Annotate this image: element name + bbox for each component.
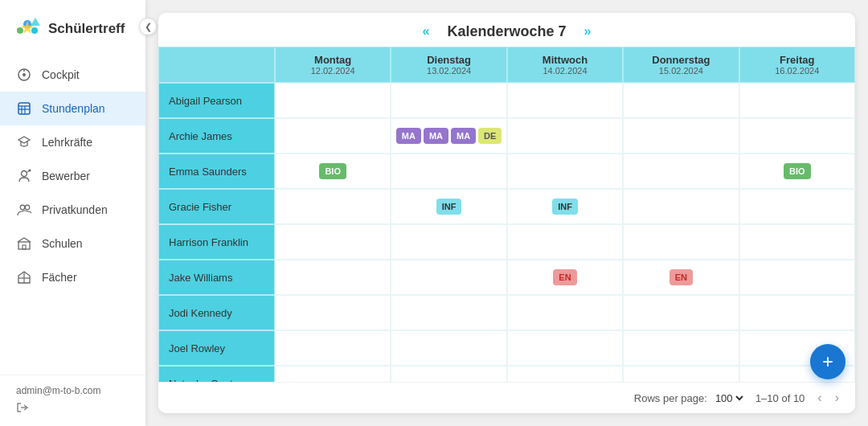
pagination-info: 1–10 of 10 — [755, 392, 805, 404]
row-name-emma: Emma Saunders — [158, 154, 275, 189]
cell-archie-fri — [739, 118, 855, 154]
next-page-button[interactable]: › — [832, 389, 842, 407]
badge-gracie-inf-wed[interactable]: INF — [552, 199, 578, 215]
sidebar-collapse-button[interactable]: ❮ — [139, 18, 157, 35]
svg-point-6 — [23, 73, 26, 76]
dienstag-date: 13.02.2024 — [399, 66, 497, 76]
cell-gracie-fri — [739, 189, 855, 224]
cell-gracie-mon — [275, 189, 391, 224]
cell-abigail-fri — [739, 83, 855, 118]
badge-jake-en-wed[interactable]: EN — [553, 269, 576, 285]
badge-archie-ma3[interactable]: MA — [451, 128, 476, 144]
calendar-header: « Kalenderwoche 7 » — [158, 13, 855, 47]
sidebar-item-schulen[interactable]: Schulen — [0, 227, 145, 260]
cell-emma-wed — [507, 154, 623, 189]
donnerstag-date: 15.02.2024 — [632, 66, 730, 76]
badge-archie-de[interactable]: DE — [478, 128, 502, 144]
cell-archie-mon — [275, 118, 391, 154]
sidebar-email: admin@m-to-b.com — [16, 385, 129, 396]
svg-point-15 — [29, 170, 31, 172]
cell-emma-tue — [391, 154, 506, 189]
sidebar-item-bewerber[interactable]: Bewerber — [0, 159, 145, 193]
cell-archie-thu — [623, 118, 739, 154]
badge-emma-bio-mon[interactable]: BIO — [319, 163, 346, 179]
cell-emma-fri[interactable]: BIO — [739, 154, 855, 189]
svg-point-13 — [22, 171, 27, 177]
freitag-label: Freitag — [748, 54, 846, 66]
bewerber-icon — [16, 168, 32, 184]
cell-jake-thu[interactable]: EN — [623, 260, 739, 295]
facher-label: Fächer — [42, 271, 77, 284]
sidebar-item-privatkunden[interactable]: Privatkunden — [0, 193, 145, 227]
cell-archie-wed — [507, 118, 623, 154]
col-header-freitag: Freitag 16.02.2024 — [739, 47, 855, 83]
sidebar-item-lehrkrifte[interactable]: Lehrkräfte — [0, 125, 145, 159]
badge-jake-en-thu[interactable]: EN — [669, 269, 693, 285]
cell-jodi-fri — [739, 295, 855, 330]
sidebar-footer: admin@m-to-b.com — [0, 375, 145, 426]
svg-point-1 — [17, 27, 23, 34]
calendar-next-button[interactable]: » — [579, 23, 596, 40]
badge-gracie-inf-tue[interactable]: INF — [436, 199, 462, 215]
badge-archie-ma2[interactable]: MA — [424, 128, 448, 144]
donnerstag-label: Donnerstag — [632, 54, 730, 66]
svg-point-17 — [25, 205, 30, 210]
logout-icon — [16, 401, 29, 416]
cell-harrison-fri — [739, 224, 855, 260]
montag-label: Montag — [284, 54, 382, 66]
calendar-grid-inner: Montag 12.02.2024 Dienstag 13.02.2024 Mi… — [158, 47, 855, 382]
prev-page-button[interactable]: ‹ — [814, 389, 825, 407]
cell-jake-mon — [275, 260, 391, 295]
cell-jake-wed[interactable]: EN — [507, 260, 623, 295]
col-header-montag: Montag 12.02.2024 — [275, 47, 391, 83]
col-header-donnerstag: Donnerstag 15.02.2024 — [623, 47, 739, 83]
row-name-natasha: Natasha Coates — [158, 366, 275, 382]
lehrkrifte-label: Lehrkräfte — [42, 136, 92, 149]
cell-natasha-mon — [275, 366, 391, 382]
logo-text: Schülertreff — [48, 21, 125, 37]
calendar-footer: Rows per page: 100 50 25 1–10 of 10 ‹ › — [158, 382, 855, 413]
row-name-archie: Archie James — [158, 118, 275, 154]
row-name-abigail: Abigail Pearson — [158, 83, 275, 118]
mittwoch-label: Mittwoch — [516, 54, 614, 66]
sidebar-logout-button[interactable] — [16, 401, 129, 416]
sidebar-item-cockpit[interactable]: Cockpit — [0, 58, 145, 92]
row-name-joel: Joel Rowley — [158, 330, 275, 366]
bewerber-label: Bewerber — [42, 170, 90, 182]
cell-natasha-wed — [507, 366, 623, 382]
calendar-prev-button[interactable]: « — [418, 23, 435, 40]
cell-jake-fri — [739, 260, 855, 295]
row-name-gracie: Gracie Fisher — [158, 189, 275, 224]
sidebar-item-stundenplan[interactable]: Stundenplan — [0, 92, 145, 125]
logo-icon — [13, 14, 42, 43]
cell-joel-tue — [391, 330, 506, 366]
cell-archie-tue[interactable]: MA MA MA DE — [391, 118, 506, 154]
svg-rect-19 — [23, 245, 26, 249]
rows-per-page-select[interactable]: 100 50 25 — [712, 391, 746, 405]
privatkunden-label: Privatkunden — [42, 203, 108, 216]
cell-natasha-thu — [623, 366, 739, 382]
badge-emma-bio-fri[interactable]: BIO — [784, 163, 811, 179]
cell-jake-tue — [391, 260, 506, 295]
sidebar-item-facher[interactable]: Fächer — [0, 260, 145, 294]
cockpit-label: Cockpit — [42, 68, 80, 81]
stundenplan-label: Stundenplan — [42, 102, 105, 115]
facher-icon — [16, 269, 32, 285]
schulen-icon — [16, 236, 32, 252]
add-fab-button[interactable]: + — [810, 344, 845, 379]
cell-gracie-wed[interactable]: INF — [507, 189, 623, 224]
lehrkrifte-icon — [16, 134, 32, 150]
main-content: « Kalenderwoche 7 » Montag 12.02.2024 Di… — [145, 0, 868, 426]
cell-gracie-tue[interactable]: INF — [391, 189, 506, 224]
cell-joel-wed — [507, 330, 623, 366]
cell-emma-mon[interactable]: BIO — [275, 154, 391, 189]
badge-archie-ma1[interactable]: MA — [396, 128, 421, 144]
dienstag-label: Dienstag — [399, 54, 497, 66]
col-header-mittwoch: Mittwoch 14.02.2024 — [507, 47, 623, 83]
cell-jodi-tue — [391, 295, 506, 330]
col-header-dienstag: Dienstag 13.02.2024 — [391, 47, 506, 83]
name-col-header — [158, 47, 275, 83]
page-nav: ‹ › — [814, 389, 842, 407]
svg-rect-8 — [18, 103, 30, 114]
mittwoch-date: 14.02.2024 — [516, 66, 614, 76]
